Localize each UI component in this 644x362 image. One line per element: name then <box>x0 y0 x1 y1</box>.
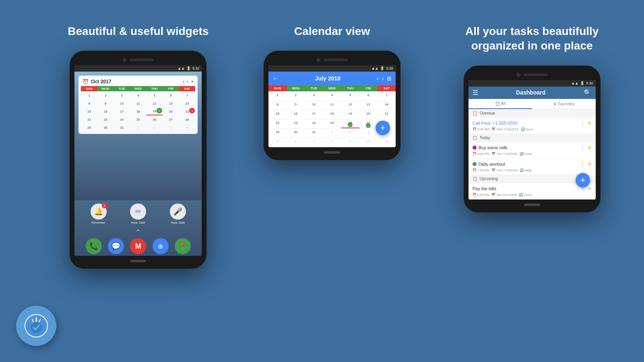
gmail-dock-icon[interactable]: M <box>130 238 146 254</box>
cal2-cell[interactable]: 1 <box>323 129 341 138</box>
more-icon2[interactable]: ⋮ <box>580 144 586 151</box>
cal-cell[interactable]: 29 <box>81 123 97 132</box>
chrome-dock-icon[interactable]: ⊕ <box>153 238 169 254</box>
cal-cell[interactable]: 14 <box>179 99 196 107</box>
cal-cell[interactable]: 17 <box>114 107 130 115</box>
menu-icon[interactable]: ☰ <box>473 89 478 97</box>
cal2-cell[interactable]: 20 <box>359 110 378 119</box>
task-call-paul[interactable]: Call Paul: +1-555-5555 ⋮ ★ ⏰ 6:00 PM 📅 W… <box>469 117 596 134</box>
cal2-today[interactable]: 261 <box>341 119 359 128</box>
cal2-cell[interactable]: 17 <box>305 110 323 119</box>
task-workout[interactable]: Daily workout ⋮ ★ ⏰ 7:30 PM 📅 Thu 7/19/2… <box>469 158 596 175</box>
tab-all[interactable]: 📋 All <box>469 99 532 109</box>
cal2-cell[interactable]: 19 <box>341 110 359 119</box>
cal-cell[interactable]: 27 <box>163 115 179 123</box>
cal2-cell[interactable]: 3 <box>359 129 378 138</box>
next-month-btn[interactable]: › <box>187 79 188 84</box>
cal2-cell[interactable]: 10 <box>305 101 323 110</box>
cal2-cell[interactable]: 11 <box>378 138 396 147</box>
cal-cell[interactable]: 5 <box>147 91 163 99</box>
cal2-cell[interactable]: 6 <box>287 138 305 147</box>
phone-dock-icon[interactable]: 📞 <box>86 238 102 254</box>
cal2-cell[interactable]: 5 <box>341 92 359 101</box>
cal2-cell[interactable]: 25 <box>323 119 341 128</box>
cal2-cell[interactable]: 2 <box>287 92 305 101</box>
cal2-cell[interactable]: 2 <box>341 129 359 138</box>
cal-cell-21[interactable]: 211 <box>179 107 196 115</box>
task-milk[interactable]: Buy some milk ⋮ ★ ⏰ 6:00 PM 📅 Thu 7/19/2… <box>469 142 596 158</box>
cal-cell[interactable]: 11 <box>130 99 147 107</box>
cal-cell[interactable]: 30 <box>97 123 114 132</box>
cal-cell[interactable]: 2 <box>97 91 114 99</box>
cal2-cell[interactable]: 22 <box>268 119 287 128</box>
cal-cell[interactable]: 3 <box>114 91 130 99</box>
back-btn[interactable]: ← <box>272 75 279 82</box>
cal2-cell[interactable]: 4 <box>323 92 341 101</box>
cal-cell[interactable]: 10 <box>114 99 130 107</box>
add-event-btn[interactable]: + <box>191 79 194 84</box>
cal-cell[interactable]: 22 <box>81 115 97 123</box>
cal-cell[interactable]: 18 <box>130 107 147 115</box>
reminder-app[interactable]: 🔔 2 Reminder <box>91 204 107 224</box>
search-icon[interactable]: 🔍 <box>584 89 592 97</box>
cal2-cell[interactable]: 3 <box>305 92 323 101</box>
cal-cell[interactable]: 9 <box>97 99 114 107</box>
sms-dock-icon[interactable]: 💬 <box>108 238 124 254</box>
widget-nav[interactable]: ‹ › + <box>183 79 194 84</box>
task-bills[interactable]: Pay the bills ⋮ ★ ⏰ 6:00 PM 📅 Sat 7/21/2… <box>469 183 596 200</box>
cal-cell[interactable]: 1 <box>130 123 147 132</box>
cal-cell[interactable]: 8 <box>81 99 97 107</box>
dash-fab[interactable]: + <box>576 173 590 187</box>
cal-cell[interactable]: 23 <box>97 115 114 123</box>
maps-dock-icon[interactable]: 📍 <box>175 238 191 254</box>
cal2-cell[interactable]: 12 <box>341 101 359 110</box>
tab-favorites[interactable]: ★ Favorites <box>532 99 596 109</box>
cal-cell[interactable]: 4 <box>179 123 196 132</box>
newtask-app2[interactable]: 🎤 New Task <box>170 204 186 224</box>
cal2-cell[interactable]: 7 <box>378 92 396 101</box>
star-icon[interactable]: ★ <box>587 120 592 126</box>
cal-cell[interactable]: 3 <box>163 123 179 132</box>
cal2-cell[interactable]: 13 <box>359 101 378 110</box>
cal2-cell[interactable]: 8 <box>323 138 341 147</box>
cal2-cell[interactable]: 6 <box>359 92 378 101</box>
cal-cell[interactable]: 2 <box>147 123 163 132</box>
cal-cell[interactable]: 26 <box>147 115 163 123</box>
cal2-cell[interactable]: 14 <box>378 101 396 110</box>
cal-cell[interactable]: 25 <box>130 115 147 123</box>
cal-cell[interactable]: 24 <box>114 115 130 123</box>
cal-cell[interactable]: 4 <box>130 91 147 99</box>
cal-cell[interactable]: 20 <box>163 107 179 115</box>
cal2-cell[interactable]: 30 <box>287 129 305 138</box>
star-icon2[interactable]: ★ <box>587 145 592 150</box>
cal2-cell[interactable]: 9 <box>287 101 305 110</box>
cal-grid-btn[interactable]: ⊞ <box>387 75 392 82</box>
cal2-cell[interactable]: 11 <box>323 101 341 110</box>
cal-cell[interactable]: 15 <box>81 107 97 115</box>
cal-cell[interactable]: 7 <box>179 91 196 99</box>
newtask-app1[interactable]: ✏ New Task <box>130 204 146 224</box>
cal-cell[interactable]: 31 <box>114 123 130 132</box>
cal2-cell[interactable]: 21 <box>378 110 396 119</box>
cal2-cell-27[interactable]: 272 <box>359 119 378 128</box>
cal2-cell[interactable]: 8 <box>268 101 287 110</box>
more-icon[interactable]: ⋮ <box>580 120 586 126</box>
cal2-cell[interactable]: 31 <box>305 129 323 138</box>
cal-cell[interactable]: 12 <box>147 99 163 107</box>
cal2-cell[interactable]: 23 <box>287 119 305 128</box>
cal2-cell[interactable]: 15 <box>268 110 287 119</box>
cal-cell-today[interactable]: 192 <box>147 107 163 115</box>
cal2-cell[interactable]: 10 <box>359 138 378 147</box>
cal-cell[interactable]: 1 <box>81 91 97 99</box>
cal2-cell[interactable]: 9 <box>341 138 359 147</box>
star-icon3[interactable]: ★ <box>587 161 592 167</box>
cal2-cell[interactable]: 1 <box>268 92 287 101</box>
cal2-cell[interactable]: 24 <box>305 119 323 128</box>
cal-cell[interactable]: 28 <box>179 115 196 123</box>
cal-cell[interactable]: 16 <box>97 107 114 115</box>
cal-next-btn[interactable]: › <box>382 75 384 82</box>
cal2-cell[interactable]: 29 <box>268 129 287 138</box>
cal-cell[interactable]: 6 <box>163 91 179 99</box>
cal2-cell[interactable]: 5 <box>268 138 287 147</box>
more-icon3[interactable]: ⋮ <box>580 161 586 167</box>
